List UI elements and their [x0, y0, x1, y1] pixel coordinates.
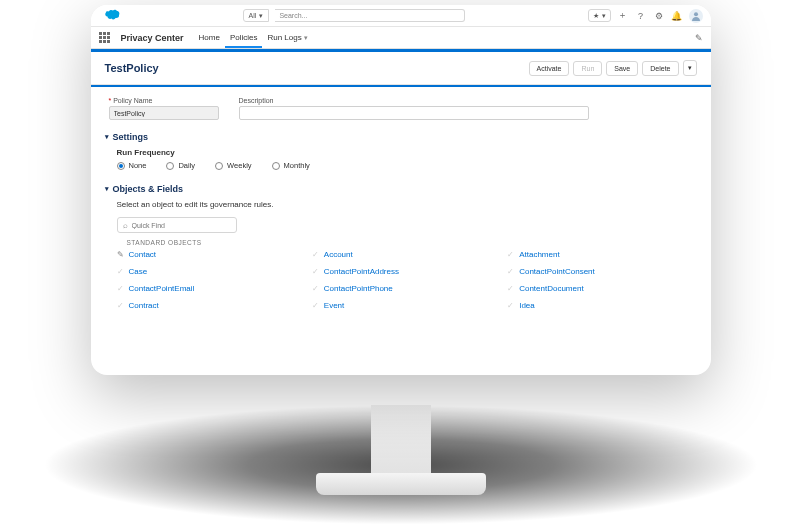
help-icon[interactable]: ? [635, 10, 647, 22]
app-nav: Privacy Center HomePoliciesRun Logs▾ ✎ [91, 27, 711, 49]
check-icon: ✓ [312, 250, 319, 259]
more-actions-button[interactable]: ▾ [683, 60, 697, 76]
quick-find-input[interactable]: ⌕ [117, 217, 237, 233]
check-icon: ✓ [117, 267, 124, 276]
object-link[interactable]: ContactPointPhone [324, 284, 393, 293]
object-item-contactpointphone[interactable]: ✓ContactPointPhone [312, 284, 497, 293]
salesforce-cloud-icon [99, 9, 121, 23]
search-scope-label: All [249, 12, 257, 19]
svg-point-0 [694, 12, 698, 16]
object-item-case[interactable]: ✓Case [117, 267, 302, 276]
add-icon[interactable]: ＋ [617, 10, 629, 22]
check-icon: ✓ [507, 301, 514, 310]
chevron-down-icon: ▾ [259, 12, 263, 20]
object-item-contactpointconsent[interactable]: ✓ContactPointConsent [507, 267, 692, 276]
settings-title: Settings [113, 132, 149, 142]
run-frequency-label: Run Frequency [117, 148, 693, 157]
policy-name-input[interactable] [109, 106, 219, 120]
nav-tab-home[interactable]: Home [194, 27, 225, 48]
nav-tab-policies[interactable]: Policies [225, 27, 263, 48]
save-button[interactable]: Save [606, 61, 638, 76]
radio-icon [215, 162, 223, 170]
radio-label: Daily [178, 161, 195, 170]
radio-icon [117, 162, 125, 170]
object-item-contract[interactable]: ✓Contract [117, 301, 302, 310]
favorites-button[interactable]: ★ ▾ [588, 9, 611, 22]
radio-label: Weekly [227, 161, 251, 170]
radio-icon [272, 162, 280, 170]
object-link[interactable]: ContactPointAddress [324, 267, 399, 276]
radio-icon [166, 162, 174, 170]
activate-button[interactable]: Activate [529, 61, 570, 76]
objects-section-header[interactable]: ▾ Objects & Fields [105, 184, 693, 194]
search-scope-selector[interactable]: All ▾ [243, 9, 270, 22]
objects-caption: Select an object to edit its governance … [117, 200, 693, 209]
run-frequency-option-daily[interactable]: Daily [166, 161, 195, 170]
collapse-icon: ▾ [105, 133, 109, 141]
policy-name-label: Policy Name [109, 97, 219, 104]
content-area: Policy Name Description ▾ Settings Run F… [91, 87, 711, 372]
object-item-contentdocument[interactable]: ✓ContentDocument [507, 284, 692, 293]
run-frequency-option-weekly[interactable]: Weekly [215, 161, 251, 170]
object-item-attachment[interactable]: ✓Attachment [507, 250, 692, 259]
edit-nav-icon[interactable]: ✎ [695, 33, 703, 43]
radio-label: Monthly [284, 161, 310, 170]
search-icon: ⌕ [123, 221, 128, 230]
object-link[interactable]: ContactPointConsent [519, 267, 595, 276]
settings-section-header[interactable]: ▾ Settings [105, 132, 693, 142]
page-header: TestPolicy Activate Run Save Delete ▾ [91, 52, 711, 85]
object-item-contactpointemail[interactable]: ✓ContactPointEmail [117, 284, 302, 293]
check-icon: ✓ [507, 250, 514, 259]
object-item-contactpointaddress[interactable]: ✓ContactPointAddress [312, 267, 497, 276]
gear-icon[interactable]: ⚙ [653, 10, 665, 22]
object-link[interactable]: Case [129, 267, 148, 276]
quick-find-field[interactable] [132, 222, 231, 229]
description-input[interactable] [239, 106, 589, 120]
object-item-account[interactable]: ✓Account [312, 250, 497, 259]
objects-title: Objects & Fields [113, 184, 184, 194]
object-link[interactable]: Contact [129, 250, 157, 259]
run-frequency-option-none[interactable]: None [117, 161, 147, 170]
global-search-input[interactable]: Search... [275, 9, 465, 22]
check-icon: ✓ [117, 301, 124, 310]
object-item-contact[interactable]: ✎Contact [117, 250, 302, 259]
check-icon: ✓ [117, 284, 124, 293]
nav-tab-run-logs[interactable]: Run Logs▾ [262, 27, 312, 48]
chevron-down-icon: ▾ [602, 12, 606, 20]
description-label: Description [239, 97, 589, 104]
object-link[interactable]: ContentDocument [519, 284, 583, 293]
delete-button[interactable]: Delete [642, 61, 678, 76]
object-link[interactable]: Attachment [519, 250, 559, 259]
radio-label: None [129, 161, 147, 170]
collapse-icon: ▾ [105, 185, 109, 193]
global-header: All ▾ Search... ★ ▾ ＋ ? ⚙ 🔔 [91, 5, 711, 27]
object-link[interactable]: Account [324, 250, 353, 259]
object-item-event[interactable]: ✓Event [312, 301, 497, 310]
object-item-idea[interactable]: ✓Idea [507, 301, 692, 310]
check-icon: ✓ [507, 267, 514, 276]
pencil-icon: ✎ [117, 250, 124, 259]
star-icon: ★ [593, 12, 599, 20]
avatar[interactable] [689, 9, 703, 23]
app-name: Privacy Center [121, 33, 184, 43]
object-link[interactable]: Contract [129, 301, 159, 310]
standard-objects-group-label: STANDARD OBJECTS [127, 239, 693, 246]
check-icon: ✓ [507, 284, 514, 293]
object-link[interactable]: ContactPointEmail [129, 284, 195, 293]
check-icon: ✓ [312, 301, 319, 310]
monitor-stand-base [316, 473, 486, 495]
check-icon: ✓ [312, 267, 319, 276]
screen: All ▾ Search... ★ ▾ ＋ ? ⚙ 🔔 [91, 5, 711, 375]
object-link[interactable]: Idea [519, 301, 535, 310]
object-link[interactable]: Event [324, 301, 344, 310]
page-title: TestPolicy [105, 62, 159, 74]
run-frequency-option-monthly[interactable]: Monthly [272, 161, 310, 170]
run-button[interactable]: Run [573, 61, 602, 76]
search-placeholder: Search... [279, 12, 307, 19]
check-icon: ✓ [312, 284, 319, 293]
app-launcher-icon[interactable] [99, 32, 111, 44]
bell-icon[interactable]: 🔔 [671, 10, 683, 22]
chevron-down-icon: ▾ [304, 34, 308, 42]
